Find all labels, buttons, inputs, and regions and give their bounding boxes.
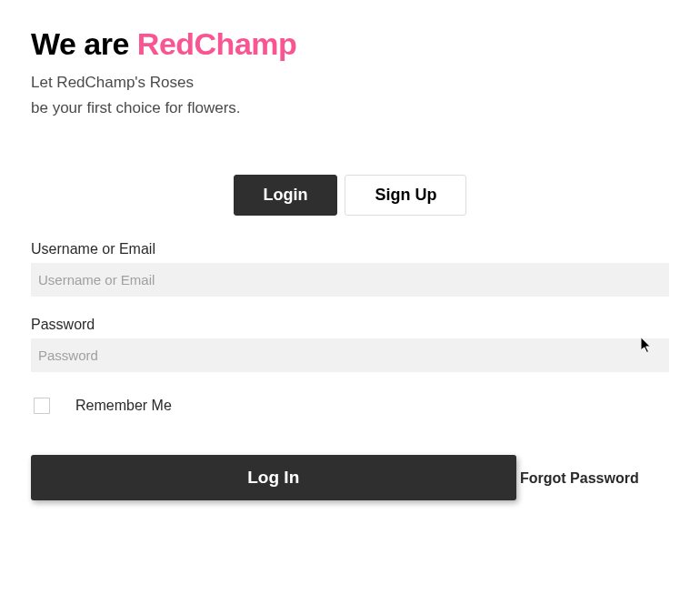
- tab-signup[interactable]: Sign Up: [345, 175, 466, 216]
- username-input[interactable]: [31, 263, 669, 297]
- tagline-line2: be your first choice for flowers.: [31, 99, 241, 116]
- title-prefix: We are: [31, 26, 137, 61]
- auth-tabs: Login Sign Up: [31, 175, 669, 216]
- tab-login[interactable]: Login: [234, 175, 338, 216]
- login-button[interactable]: Log In: [31, 455, 516, 500]
- password-input[interactable]: [31, 338, 669, 372]
- cursor-icon: [641, 337, 655, 355]
- tagline-line1: Let RedChamp's Roses: [31, 74, 194, 91]
- remember-checkbox[interactable]: [34, 398, 50, 414]
- username-label: Username or Email: [31, 241, 669, 257]
- password-label: Password: [31, 317, 669, 333]
- login-form: Username or Email Password Remember Me L…: [31, 241, 669, 500]
- title-brand: RedChamp: [137, 26, 296, 61]
- remember-row: Remember Me: [31, 398, 669, 414]
- page-title: We are RedChamp: [31, 27, 669, 61]
- tagline: Let RedChamp's Roses be your first choic…: [31, 70, 669, 119]
- forgot-password-link[interactable]: Forgot Password: [520, 470, 639, 487]
- remember-label: Remember Me: [75, 398, 172, 414]
